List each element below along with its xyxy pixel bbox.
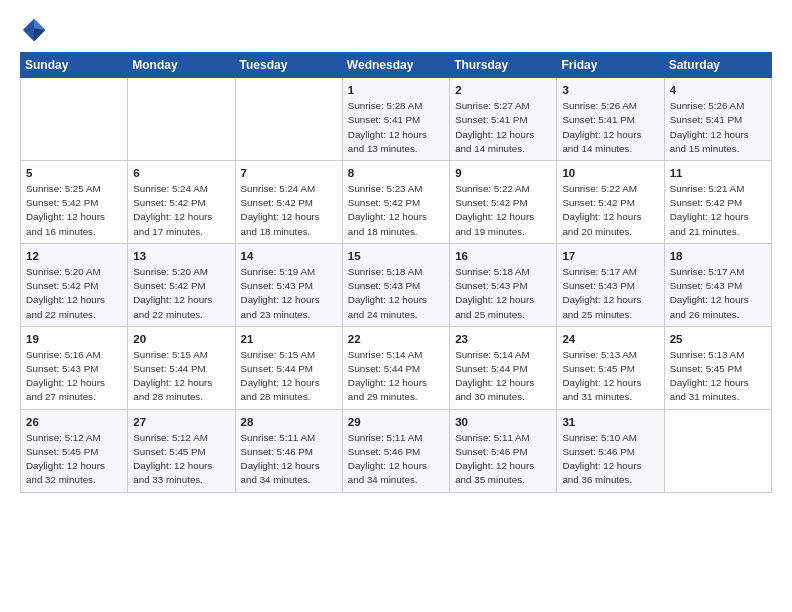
calendar-cell: 20Sunrise: 5:15 AM Sunset: 5:44 PM Dayli… <box>128 326 235 409</box>
logo <box>20 16 52 44</box>
day-number: 1 <box>348 82 444 98</box>
cell-info: Sunrise: 5:22 AM Sunset: 5:42 PM Dayligh… <box>562 182 658 239</box>
cell-info: Sunrise: 5:13 AM Sunset: 5:45 PM Dayligh… <box>562 348 658 405</box>
calendar-cell: 16Sunrise: 5:18 AM Sunset: 5:43 PM Dayli… <box>450 243 557 326</box>
svg-marker-2 <box>34 29 45 42</box>
day-number: 21 <box>241 331 337 347</box>
day-number: 9 <box>455 165 551 181</box>
weekday-header-thursday: Thursday <box>450 53 557 78</box>
cell-info: Sunrise: 5:25 AM Sunset: 5:42 PM Dayligh… <box>26 182 122 239</box>
calendar-cell: 13Sunrise: 5:20 AM Sunset: 5:42 PM Dayli… <box>128 243 235 326</box>
day-number: 17 <box>562 248 658 264</box>
calendar-cell: 2Sunrise: 5:27 AM Sunset: 5:41 PM Daylig… <box>450 78 557 161</box>
calendar-header: SundayMondayTuesdayWednesdayThursdayFrid… <box>21 53 772 78</box>
calendar-cell: 1Sunrise: 5:28 AM Sunset: 5:41 PM Daylig… <box>342 78 449 161</box>
calendar-body: 1Sunrise: 5:28 AM Sunset: 5:41 PM Daylig… <box>21 78 772 493</box>
cell-info: Sunrise: 5:28 AM Sunset: 5:41 PM Dayligh… <box>348 99 444 156</box>
calendar-cell: 19Sunrise: 5:16 AM Sunset: 5:43 PM Dayli… <box>21 326 128 409</box>
calendar-cell: 24Sunrise: 5:13 AM Sunset: 5:45 PM Dayli… <box>557 326 664 409</box>
cell-info: Sunrise: 5:15 AM Sunset: 5:44 PM Dayligh… <box>133 348 229 405</box>
svg-marker-1 <box>34 19 45 30</box>
calendar-cell: 21Sunrise: 5:15 AM Sunset: 5:44 PM Dayli… <box>235 326 342 409</box>
cell-info: Sunrise: 5:15 AM Sunset: 5:44 PM Dayligh… <box>241 348 337 405</box>
calendar-week-3: 12Sunrise: 5:20 AM Sunset: 5:42 PM Dayli… <box>21 243 772 326</box>
day-number: 25 <box>670 331 766 347</box>
calendar-cell: 31Sunrise: 5:10 AM Sunset: 5:46 PM Dayli… <box>557 409 664 492</box>
day-number: 3 <box>562 82 658 98</box>
cell-info: Sunrise: 5:11 AM Sunset: 5:46 PM Dayligh… <box>241 431 337 488</box>
cell-info: Sunrise: 5:17 AM Sunset: 5:43 PM Dayligh… <box>670 265 766 322</box>
day-number: 6 <box>133 165 229 181</box>
cell-info: Sunrise: 5:14 AM Sunset: 5:44 PM Dayligh… <box>348 348 444 405</box>
day-number: 5 <box>26 165 122 181</box>
calendar-week-1: 1Sunrise: 5:28 AM Sunset: 5:41 PM Daylig… <box>21 78 772 161</box>
cell-info: Sunrise: 5:17 AM Sunset: 5:43 PM Dayligh… <box>562 265 658 322</box>
calendar-cell: 7Sunrise: 5:24 AM Sunset: 5:42 PM Daylig… <box>235 160 342 243</box>
calendar-cell <box>128 78 235 161</box>
cell-info: Sunrise: 5:20 AM Sunset: 5:42 PM Dayligh… <box>133 265 229 322</box>
calendar-cell: 12Sunrise: 5:20 AM Sunset: 5:42 PM Dayli… <box>21 243 128 326</box>
day-number: 13 <box>133 248 229 264</box>
weekday-row: SundayMondayTuesdayWednesdayThursdayFrid… <box>21 53 772 78</box>
calendar-week-5: 26Sunrise: 5:12 AM Sunset: 5:45 PM Dayli… <box>21 409 772 492</box>
calendar-cell: 29Sunrise: 5:11 AM Sunset: 5:46 PM Dayli… <box>342 409 449 492</box>
calendar-cell: 15Sunrise: 5:18 AM Sunset: 5:43 PM Dayli… <box>342 243 449 326</box>
weekday-header-tuesday: Tuesday <box>235 53 342 78</box>
calendar-cell: 10Sunrise: 5:22 AM Sunset: 5:42 PM Dayli… <box>557 160 664 243</box>
calendar-cell: 25Sunrise: 5:13 AM Sunset: 5:45 PM Dayli… <box>664 326 771 409</box>
calendar-cell <box>235 78 342 161</box>
calendar-cell: 28Sunrise: 5:11 AM Sunset: 5:46 PM Dayli… <box>235 409 342 492</box>
day-number: 4 <box>670 82 766 98</box>
cell-info: Sunrise: 5:18 AM Sunset: 5:43 PM Dayligh… <box>348 265 444 322</box>
day-number: 23 <box>455 331 551 347</box>
day-number: 8 <box>348 165 444 181</box>
calendar-cell: 27Sunrise: 5:12 AM Sunset: 5:45 PM Dayli… <box>128 409 235 492</box>
calendar-cell: 14Sunrise: 5:19 AM Sunset: 5:43 PM Dayli… <box>235 243 342 326</box>
day-number: 7 <box>241 165 337 181</box>
page: SundayMondayTuesdayWednesdayThursdayFrid… <box>0 0 792 612</box>
calendar-cell: 5Sunrise: 5:25 AM Sunset: 5:42 PM Daylig… <box>21 160 128 243</box>
day-number: 16 <box>455 248 551 264</box>
calendar-cell: 3Sunrise: 5:26 AM Sunset: 5:41 PM Daylig… <box>557 78 664 161</box>
cell-info: Sunrise: 5:14 AM Sunset: 5:44 PM Dayligh… <box>455 348 551 405</box>
day-number: 19 <box>26 331 122 347</box>
calendar-cell: 23Sunrise: 5:14 AM Sunset: 5:44 PM Dayli… <box>450 326 557 409</box>
calendar-cell <box>21 78 128 161</box>
weekday-header-friday: Friday <box>557 53 664 78</box>
day-number: 30 <box>455 414 551 430</box>
header-row <box>20 16 772 44</box>
cell-info: Sunrise: 5:12 AM Sunset: 5:45 PM Dayligh… <box>133 431 229 488</box>
day-number: 15 <box>348 248 444 264</box>
cell-info: Sunrise: 5:20 AM Sunset: 5:42 PM Dayligh… <box>26 265 122 322</box>
day-number: 11 <box>670 165 766 181</box>
calendar-cell <box>664 409 771 492</box>
cell-info: Sunrise: 5:22 AM Sunset: 5:42 PM Dayligh… <box>455 182 551 239</box>
day-number: 22 <box>348 331 444 347</box>
calendar-cell: 18Sunrise: 5:17 AM Sunset: 5:43 PM Dayli… <box>664 243 771 326</box>
day-number: 31 <box>562 414 658 430</box>
day-number: 27 <box>133 414 229 430</box>
day-number: 28 <box>241 414 337 430</box>
calendar-cell: 30Sunrise: 5:11 AM Sunset: 5:46 PM Dayli… <box>450 409 557 492</box>
cell-info: Sunrise: 5:24 AM Sunset: 5:42 PM Dayligh… <box>241 182 337 239</box>
cell-info: Sunrise: 5:10 AM Sunset: 5:46 PM Dayligh… <box>562 431 658 488</box>
calendar-cell: 11Sunrise: 5:21 AM Sunset: 5:42 PM Dayli… <box>664 160 771 243</box>
day-number: 14 <box>241 248 337 264</box>
day-number: 12 <box>26 248 122 264</box>
calendar-cell: 4Sunrise: 5:26 AM Sunset: 5:41 PM Daylig… <box>664 78 771 161</box>
cell-info: Sunrise: 5:26 AM Sunset: 5:41 PM Dayligh… <box>670 99 766 156</box>
day-number: 10 <box>562 165 658 181</box>
cell-info: Sunrise: 5:24 AM Sunset: 5:42 PM Dayligh… <box>133 182 229 239</box>
cell-info: Sunrise: 5:18 AM Sunset: 5:43 PM Dayligh… <box>455 265 551 322</box>
cell-info: Sunrise: 5:11 AM Sunset: 5:46 PM Dayligh… <box>455 431 551 488</box>
day-number: 20 <box>133 331 229 347</box>
calendar-cell: 22Sunrise: 5:14 AM Sunset: 5:44 PM Dayli… <box>342 326 449 409</box>
day-number: 29 <box>348 414 444 430</box>
cell-info: Sunrise: 5:11 AM Sunset: 5:46 PM Dayligh… <box>348 431 444 488</box>
cell-info: Sunrise: 5:16 AM Sunset: 5:43 PM Dayligh… <box>26 348 122 405</box>
weekday-header-sunday: Sunday <box>21 53 128 78</box>
day-number: 26 <box>26 414 122 430</box>
day-number: 24 <box>562 331 658 347</box>
cell-info: Sunrise: 5:13 AM Sunset: 5:45 PM Dayligh… <box>670 348 766 405</box>
cell-info: Sunrise: 5:23 AM Sunset: 5:42 PM Dayligh… <box>348 182 444 239</box>
